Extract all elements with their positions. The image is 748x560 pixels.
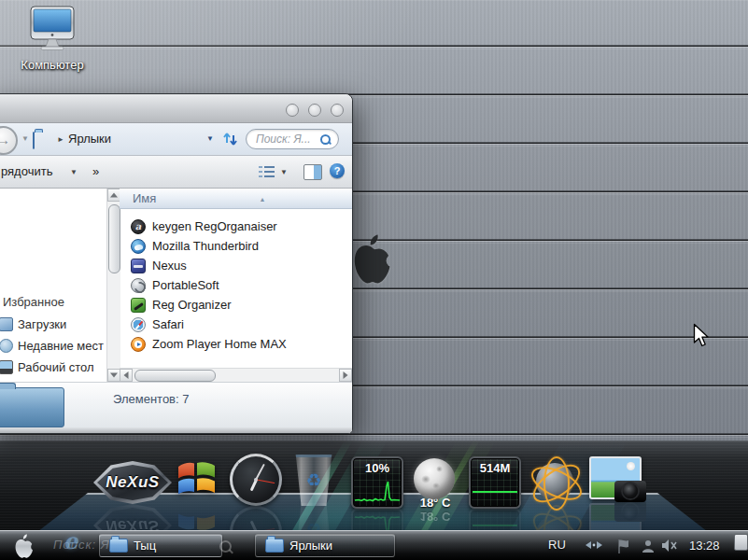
horizontal-scrollbar[interactable] <box>120 368 352 382</box>
sidebar-item-downloads[interactable]: Загрузки <box>0 314 106 334</box>
window-button-minimize[interactable] <box>286 104 299 117</box>
folder-icon <box>109 539 128 553</box>
sidebar-item-recent-places[interactable]: Недавние мест <box>0 335 106 356</box>
dock: NeXuS NeXuS <box>0 448 748 534</box>
cpu-meter-widget: 10% <box>351 456 403 509</box>
dock-item-internet[interactable] <box>529 455 581 508</box>
organize-button[interactable]: рядочить <box>1 164 52 178</box>
recycle-glyph: ♻ <box>294 469 333 491</box>
dock-item-ram-meter[interactable]: 514M 514M <box>469 456 521 509</box>
show-desktop-button[interactable] <box>734 534 748 551</box>
toolbar-overflow-button[interactable]: » <box>92 164 99 178</box>
views-dropdown-icon[interactable]: ▼ <box>280 168 288 176</box>
dock-item-nexus[interactable]: NeXuS NeXuS <box>93 461 172 504</box>
organize-dropdown-icon[interactable]: ▼ <box>70 168 78 176</box>
recycle-bin-icon: ♻ <box>294 455 333 506</box>
file-row[interactable]: Safari <box>120 315 352 334</box>
breadcrumb-folder-icon[interactable] <box>33 132 35 149</box>
moon-in-picture <box>627 462 635 470</box>
imac-computer-icon <box>25 6 79 52</box>
nav-history-chevron-icon[interactable]: ▼ <box>21 134 29 143</box>
breadcrumb-separator-icon: ► <box>57 135 64 144</box>
camera-icon <box>614 481 646 502</box>
status-bar: Элементов: 7 <box>0 382 352 428</box>
keygen-app-icon <box>131 219 146 234</box>
analog-clock-icon <box>230 454 282 506</box>
desktop-screen: Компьютер NeXuS NeXuS <box>0 0 748 560</box>
help-icon[interactable]: ? <box>330 163 345 178</box>
scroll-left-button[interactable] <box>120 369 133 382</box>
desktop-icon-computer[interactable]: Компьютер <box>6 6 99 72</box>
folder-icon <box>265 539 284 553</box>
sidebar-scrollbar[interactable] <box>106 189 120 382</box>
apple-logo-wallpaper <box>351 234 394 286</box>
folder-preview-icon <box>0 387 64 427</box>
file-row[interactable]: keygen RegOrganaiser <box>120 217 352 236</box>
user-tray-icon[interactable] <box>641 539 656 553</box>
scroll-up-button[interactable] <box>107 189 120 202</box>
dock-item-photos[interactable] <box>589 456 642 501</box>
language-indicator[interactable]: RU <box>548 538 566 552</box>
nexus-tray-arrows-icon[interactable] <box>583 539 605 552</box>
recent-places-icon <box>0 339 13 353</box>
dock-item-weather[interactable]: 18° C 18° C <box>414 458 457 520</box>
volume-muted-icon[interactable] <box>661 539 678 553</box>
breadcrumb-folder-name[interactable]: Ярлыки <box>68 132 111 146</box>
sidebar-item-desktop[interactable]: Рабочий стол <box>0 357 106 377</box>
mouse-cursor <box>693 323 711 348</box>
start-button-apple-icon[interactable] <box>13 534 35 559</box>
nexus-app-icon <box>131 259 146 273</box>
file-row[interactable]: Nexus <box>120 256 352 275</box>
taskbar-button-yarlyki[interactable]: Ярлыки <box>255 534 395 557</box>
toolbar: рядочить ▼ » ▼ ? <box>0 156 352 189</box>
dock-item-clock[interactable] <box>230 454 282 506</box>
safari-app-icon <box>131 317 146 332</box>
ghost-ie-icon: e <box>64 527 78 554</box>
ghost-magnifier-icon <box>219 540 232 553</box>
search-input[interactable]: Поиск: Я... <box>246 129 339 149</box>
zoom-player-app-icon <box>131 337 146 352</box>
downloads-icon <box>0 317 13 331</box>
ram-value: 514M <box>471 461 519 475</box>
column-header-name[interactable]: Имя ▲ <box>120 189 352 209</box>
sidebar-section-favorites[interactable]: Избранное <box>0 291 106 312</box>
forward-button[interactable]: → <box>0 126 18 155</box>
window-content: Избранное Загрузки Недавние мест Рабочий… <box>0 189 352 382</box>
desktop-icon-label: Компьютер <box>6 58 99 72</box>
dock-item-windows[interactable] <box>172 454 220 502</box>
file-row[interactable]: Zoom Player Home MAX <box>120 334 352 354</box>
window-titlebar[interactable] <box>0 94 352 123</box>
scroll-right-button[interactable] <box>339 369 352 382</box>
internet-globe-icon <box>529 455 581 508</box>
reg-organizer-app-icon <box>131 298 146 313</box>
address-dropdown-icon[interactable]: ▼ <box>206 134 214 143</box>
portablesoft-app-icon <box>131 278 146 293</box>
dock-item-recycle-bin[interactable]: ♻ ♻ <box>294 455 333 503</box>
search-icon[interactable] <box>320 134 331 145</box>
window-footer-edge <box>0 427 352 433</box>
desktop-folder-icon <box>0 360 13 374</box>
taskbar-button-tyts[interactable]: Тыц <box>99 534 222 557</box>
cpu-graph <box>355 479 400 505</box>
file-row[interactable]: Reg Organizer <box>120 295 352 315</box>
temperature-reflection: 18° C <box>414 510 457 524</box>
scroll-down-button[interactable] <box>107 369 120 382</box>
refresh-icon[interactable] <box>223 131 238 147</box>
file-row[interactable]: Mozilla Thunderbird <box>120 236 352 256</box>
dock-item-cpu-meter[interactable]: 10% 10% <box>351 456 403 509</box>
scrollbar-thumb[interactable] <box>134 370 216 382</box>
window-button-close[interactable] <box>331 104 344 117</box>
action-center-flag-icon[interactable] <box>616 539 631 554</box>
views-icon[interactable] <box>259 165 275 178</box>
nexus-shield-icon: NeXuS <box>93 461 172 504</box>
taskbar-clock[interactable]: 13:28 <box>689 539 720 553</box>
windows-logo-icon <box>172 454 220 502</box>
moon-weather-icon <box>414 458 455 499</box>
file-row[interactable]: PortableSoft <box>120 275 352 295</box>
sort-ascending-icon: ▲ <box>259 189 265 210</box>
ram-graph <box>473 479 517 505</box>
preview-pane-icon[interactable] <box>303 164 322 180</box>
explorer-window: → ▼ ► Ярлыки ▼ Поиск: Я... рядочить ▼ » … <box>0 93 353 434</box>
nexus-label: NeXuS <box>106 473 159 492</box>
window-button-maximize[interactable] <box>308 104 321 117</box>
